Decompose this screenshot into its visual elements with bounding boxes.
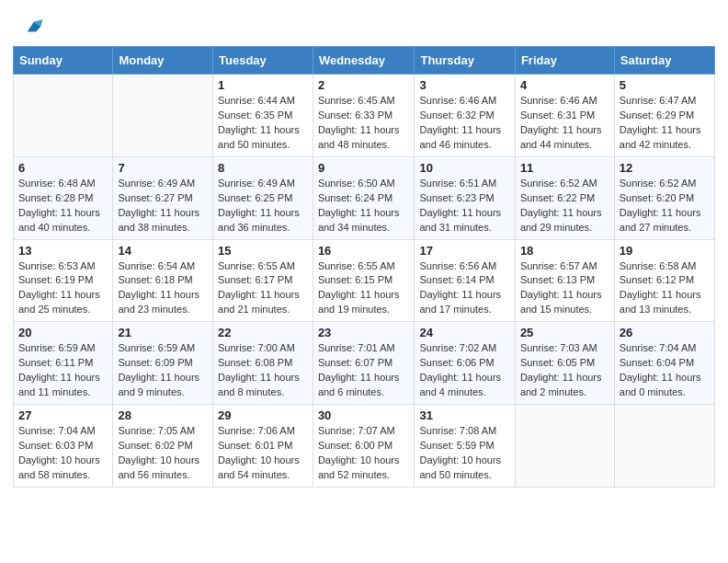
calendar-cell [515,405,614,488]
calendar-cell [113,75,213,157]
day-info: Sunrise: 7:05 AMSunset: 6:02 PMDaylight:… [118,424,208,483]
day-info: Sunrise: 6:53 AMSunset: 6:19 PMDaylight:… [18,259,108,318]
day-info: Sunrise: 6:55 AMSunset: 6:17 PMDaylight:… [218,259,308,318]
day-number: 15 [218,244,308,258]
calendar-cell [14,75,113,157]
day-number: 28 [118,408,208,422]
calendar-cell: 5Sunrise: 6:47 AMSunset: 6:29 PMDaylight… [614,75,714,157]
calendar-cell: 4Sunrise: 6:46 AMSunset: 6:31 PMDaylight… [515,75,614,157]
calendar-cell: 1Sunrise: 6:44 AMSunset: 6:35 PMDaylight… [213,75,313,157]
day-number: 21 [118,326,208,339]
day-info: Sunrise: 6:49 AMSunset: 6:27 PMDaylight:… [118,177,208,236]
day-info: Sunrise: 6:56 AMSunset: 6:14 PMDaylight:… [419,259,509,318]
day-number: 27 [18,408,108,422]
calendar-cell: 21Sunrise: 6:59 AMSunset: 6:09 PMDayligh… [113,322,213,405]
calendar-week-row: 27Sunrise: 7:04 AMSunset: 6:03 PMDayligh… [14,405,715,488]
day-info: Sunrise: 7:04 AMSunset: 6:03 PMDaylight:… [18,424,108,483]
calendar-cell: 17Sunrise: 6:56 AMSunset: 6:14 PMDayligh… [415,239,515,322]
day-info: Sunrise: 6:54 AMSunset: 6:18 PMDaylight:… [118,259,208,318]
day-info: Sunrise: 7:07 AMSunset: 6:00 PMDaylight:… [318,424,410,483]
day-info: Sunrise: 6:59 AMSunset: 6:09 PMDaylight:… [118,341,208,400]
calendar-cell: 9Sunrise: 6:50 AMSunset: 6:24 PMDaylight… [313,156,415,239]
weekday-header-thursday: Thursday [415,47,515,75]
day-number: 6 [18,161,108,175]
weekday-header-sunday: Sunday [14,47,113,75]
day-info: Sunrise: 6:52 AMSunset: 6:20 PMDaylight:… [620,177,710,236]
weekday-header-wednesday: Wednesday [313,47,415,75]
calendar-cell: 11Sunrise: 6:52 AMSunset: 6:22 PMDayligh… [515,156,614,239]
calendar-cell: 28Sunrise: 7:05 AMSunset: 6:02 PMDayligh… [113,405,213,488]
calendar-cell: 19Sunrise: 6:58 AMSunset: 6:12 PMDayligh… [614,239,714,322]
day-number: 31 [419,408,509,422]
day-info: Sunrise: 6:52 AMSunset: 6:22 PMDaylight:… [520,177,609,236]
calendar-cell: 7Sunrise: 6:49 AMSunset: 6:27 PMDaylight… [113,156,213,239]
day-number: 18 [520,244,609,258]
day-number: 19 [620,244,710,258]
calendar-cell: 12Sunrise: 6:52 AMSunset: 6:20 PMDayligh… [614,156,714,239]
day-info: Sunrise: 7:04 AMSunset: 6:04 PMDaylight:… [620,341,710,400]
day-info: Sunrise: 7:08 AMSunset: 5:59 PMDaylight:… [419,424,509,483]
calendar-cell: 30Sunrise: 7:07 AMSunset: 6:00 PMDayligh… [313,405,415,488]
day-info: Sunrise: 6:44 AMSunset: 6:35 PMDaylight:… [218,94,308,153]
day-info: Sunrise: 6:49 AMSunset: 6:25 PMDaylight:… [218,177,308,236]
calendar-week-row: 6Sunrise: 6:48 AMSunset: 6:28 PMDaylight… [14,156,715,239]
calendar-cell: 6Sunrise: 6:48 AMSunset: 6:28 PMDaylight… [14,156,113,239]
weekday-header-tuesday: Tuesday [213,47,313,75]
day-info: Sunrise: 7:06 AMSunset: 6:01 PMDaylight:… [218,424,308,483]
day-number: 1 [218,78,308,92]
day-info: Sunrise: 6:57 AMSunset: 6:13 PMDaylight:… [520,259,609,318]
day-info: Sunrise: 7:01 AMSunset: 6:07 PMDaylight:… [318,341,410,400]
day-number: 16 [318,244,410,258]
weekday-header-friday: Friday [515,47,614,75]
calendar-cell: 24Sunrise: 7:02 AMSunset: 6:06 PMDayligh… [415,322,515,405]
day-info: Sunrise: 6:50 AMSunset: 6:24 PMDaylight:… [318,177,410,236]
weekday-header-saturday: Saturday [614,47,714,75]
calendar-cell: 14Sunrise: 6:54 AMSunset: 6:18 PMDayligh… [113,239,213,322]
day-info: Sunrise: 6:55 AMSunset: 6:15 PMDaylight:… [318,259,410,318]
calendar-table: SundayMondayTuesdayWednesdayThursdayFrid… [13,46,715,488]
day-info: Sunrise: 6:58 AMSunset: 6:12 PMDaylight:… [620,259,710,318]
day-number: 10 [419,161,509,175]
day-info: Sunrise: 7:00 AMSunset: 6:08 PMDaylight:… [218,341,308,400]
day-info: Sunrise: 6:47 AMSunset: 6:29 PMDaylight:… [620,94,710,153]
page-header [0,0,728,46]
calendar-week-row: 20Sunrise: 6:59 AMSunset: 6:11 PMDayligh… [14,322,715,405]
day-number: 8 [218,161,308,175]
calendar-cell: 2Sunrise: 6:45 AMSunset: 6:33 PMDaylight… [313,75,415,157]
day-number: 30 [318,408,410,422]
day-info: Sunrise: 6:46 AMSunset: 6:31 PMDaylight:… [520,94,609,153]
calendar-cell: 23Sunrise: 7:01 AMSunset: 6:07 PMDayligh… [313,322,415,405]
day-number: 3 [419,78,509,92]
calendar-cell: 3Sunrise: 6:46 AMSunset: 6:32 PMDaylight… [415,75,515,157]
calendar-cell: 29Sunrise: 7:06 AMSunset: 6:01 PMDayligh… [213,405,313,488]
day-number: 25 [520,326,609,339]
logo-bird-icon [24,17,44,37]
day-number: 20 [18,326,108,339]
day-number: 24 [419,326,509,339]
calendar-cell: 16Sunrise: 6:55 AMSunset: 6:15 PMDayligh… [313,239,415,322]
calendar-week-row: 13Sunrise: 6:53 AMSunset: 6:19 PMDayligh… [14,239,715,322]
day-number: 29 [218,408,308,422]
day-info: Sunrise: 6:46 AMSunset: 6:32 PMDaylight:… [419,94,509,153]
calendar-week-row: 1Sunrise: 6:44 AMSunset: 6:35 PMDaylight… [14,75,715,157]
calendar-cell: 25Sunrise: 7:03 AMSunset: 6:05 PMDayligh… [515,322,614,405]
logo [22,17,44,37]
day-number: 14 [118,244,208,258]
calendar-cell: 22Sunrise: 7:00 AMSunset: 6:08 PMDayligh… [213,322,313,405]
calendar-cell: 18Sunrise: 6:57 AMSunset: 6:13 PMDayligh… [515,239,614,322]
day-info: Sunrise: 6:59 AMSunset: 6:11 PMDaylight:… [18,341,108,400]
calendar-cell: 13Sunrise: 6:53 AMSunset: 6:19 PMDayligh… [14,239,113,322]
day-number: 9 [318,161,410,175]
day-info: Sunrise: 7:03 AMSunset: 6:05 PMDaylight:… [520,341,609,400]
day-number: 26 [620,326,710,339]
calendar-cell: 8Sunrise: 6:49 AMSunset: 6:25 PMDaylight… [213,156,313,239]
day-info: Sunrise: 7:02 AMSunset: 6:06 PMDaylight:… [419,341,509,400]
day-info: Sunrise: 6:51 AMSunset: 6:23 PMDaylight:… [419,177,509,236]
calendar-cell: 31Sunrise: 7:08 AMSunset: 5:59 PMDayligh… [415,405,515,488]
calendar-container: SundayMondayTuesdayWednesdayThursdayFrid… [0,46,728,500]
day-number: 2 [318,78,410,92]
calendar-cell: 10Sunrise: 6:51 AMSunset: 6:23 PMDayligh… [415,156,515,239]
day-number: 4 [520,78,609,92]
calendar-cell: 15Sunrise: 6:55 AMSunset: 6:17 PMDayligh… [213,239,313,322]
calendar-cell [614,405,714,488]
